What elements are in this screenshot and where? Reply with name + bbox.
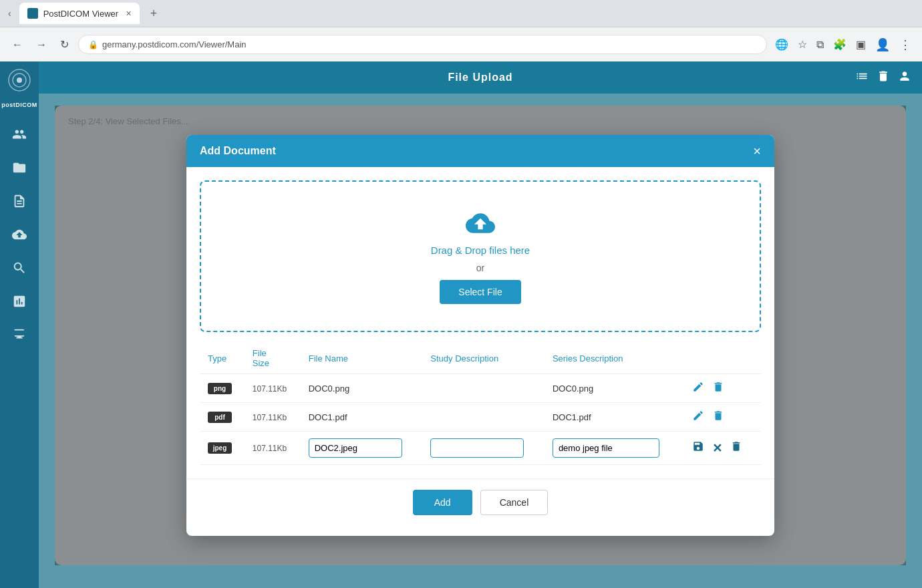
app-header: File Upload — [39, 61, 922, 94]
address-bar[interactable]: 🔒 germany.postdicom.com/Viewer/Main — [78, 35, 767, 54]
header-trash-icon[interactable] — [877, 69, 890, 86]
study-desc-input[interactable] — [430, 438, 524, 458]
col-type: Type — [200, 343, 245, 374]
file-type-badge: jpeg — [208, 442, 232, 454]
cell-study-desc — [422, 374, 545, 403]
col-series-desc: Series Description — [545, 343, 681, 374]
edit-row-icon[interactable] — [692, 384, 707, 395]
menu-btn[interactable]: ⋮ — [897, 35, 914, 55]
sidebar: postDICOM — [0, 61, 39, 588]
sidebar-toggle-btn[interactable]: ▣ — [853, 35, 869, 53]
tab-close-btn[interactable]: × — [126, 8, 131, 19]
cell-file-name: DOC0.png — [301, 374, 423, 403]
add-btn[interactable]: Add — [413, 490, 472, 515]
delete-row-icon[interactable] — [712, 412, 724, 424]
sidebar-item-monitor[interactable] — [5, 321, 33, 349]
sidebar-item-users[interactable] — [5, 120, 33, 148]
browser-tab[interactable]: PostDICOM Viewer × — [19, 3, 140, 24]
nav-back-btn[interactable]: ← — [8, 36, 27, 53]
add-document-modal: Add Document × Drag & Drop files here or — [186, 135, 774, 536]
translate-btn[interactable]: 🌐 — [772, 35, 791, 53]
cell-series-desc: DOC0.png — [545, 374, 681, 403]
cell-file-size: 107.11Kb — [245, 432, 301, 465]
modal-overlay: Add Document × Drag & Drop files here or — [55, 106, 906, 565]
file-name-input[interactable] — [309, 438, 402, 458]
col-file-name: File Name — [301, 343, 423, 374]
app-header-title: File Upload — [448, 71, 512, 84]
drop-zone[interactable]: Drag & Drop files here or Select File — [200, 180, 761, 332]
modal-title: Add Document — [200, 145, 276, 157]
save-row-icon[interactable] — [692, 443, 707, 454]
edit-row-icon[interactable] — [692, 412, 707, 424]
cancel-row-icon[interactable]: ✕ — [712, 442, 722, 455]
cell-type: pdf — [200, 403, 245, 432]
modal-body: Drag & Drop files here or Select File Ty… — [186, 167, 774, 478]
main-content: File Upload Step 2/4: View Selected File… — [39, 61, 922, 588]
sidebar-item-folder[interactable] — [5, 154, 33, 182]
cell-file-size: 107.11Kb — [245, 374, 301, 403]
app-logo — [7, 68, 31, 92]
drop-text: Drag & Drop files here — [431, 245, 530, 256]
sidebar-item-search[interactable] — [5, 254, 33, 282]
new-tab-btn[interactable]: + — [145, 4, 163, 23]
nav-refresh-btn[interactable]: ↻ — [56, 35, 73, 53]
tab-favicon — [27, 8, 38, 19]
modal-footer: Add Cancel — [186, 478, 774, 526]
svg-point-2 — [17, 78, 22, 83]
sidebar-item-analytics[interactable] — [5, 287, 33, 315]
profile-btn[interactable]: 👤 — [873, 35, 893, 55]
cell-series-desc: DOC1.pdf — [545, 403, 681, 432]
header-icons — [855, 69, 911, 86]
delete-row-icon[interactable] — [712, 384, 724, 395]
nav-forward-btn[interactable]: → — [32, 36, 51, 53]
cell-type: jpeg — [200, 432, 245, 465]
col-study-desc: Study Description — [422, 343, 545, 374]
cell-file-size: 107.11Kb — [245, 403, 301, 432]
table-row: pdf 107.11Kb DOC1.pdf DOC1.pdf — [200, 403, 761, 432]
address-text: germany.postdicom.com/Viewer/Main — [102, 39, 247, 49]
select-file-btn[interactable]: Select File — [440, 280, 520, 304]
cell-type: png — [200, 374, 245, 403]
tab-title: PostDICOM Viewer — [43, 9, 118, 19]
series-desc-input[interactable] — [553, 438, 659, 458]
tab-search-btn[interactable]: ⧉ — [814, 36, 826, 53]
sidebar-item-documents[interactable] — [5, 187, 33, 215]
col-file-size: FileSize — [245, 343, 301, 374]
cell-series-desc[interactable] — [545, 432, 681, 465]
cell-actions — [681, 374, 761, 403]
sidebar-item-upload[interactable] — [5, 220, 33, 249]
delete-row-icon[interactable] — [730, 443, 742, 454]
cancel-btn[interactable]: Cancel — [480, 490, 549, 515]
drop-or-text: or — [476, 263, 484, 273]
file-table: Type FileSize File Name Study Descriptio… — [200, 343, 761, 465]
cell-file-name: DOC1.pdf — [301, 403, 423, 432]
cell-study-desc[interactable] — [422, 432, 545, 465]
cloud-upload-icon — [463, 208, 498, 238]
cell-file-name[interactable] — [301, 432, 423, 465]
file-type-badge: pdf — [208, 412, 232, 423]
logo-text: postDICOM — [1, 102, 37, 108]
bookmark-btn[interactable]: ☆ — [795, 35, 810, 53]
cell-study-desc — [422, 403, 545, 432]
table-row: png 107.11Kb DOC0.png DOC0.png — [200, 374, 761, 403]
header-user-icon[interactable] — [898, 69, 911, 86]
file-type-badge: png — [208, 383, 232, 394]
modal-close-btn[interactable]: × — [753, 144, 761, 158]
table-row: jpeg 107.11Kb ✕ — [200, 432, 761, 465]
modal-header: Add Document × — [186, 135, 774, 167]
bg-page: Step 2/4: View Selected Files... Add Doc… — [55, 106, 906, 565]
cell-actions — [681, 403, 761, 432]
header-list-icon[interactable] — [855, 69, 869, 86]
extensions-btn[interactable]: 🧩 — [830, 35, 849, 53]
cell-actions: ✕ — [681, 432, 761, 465]
